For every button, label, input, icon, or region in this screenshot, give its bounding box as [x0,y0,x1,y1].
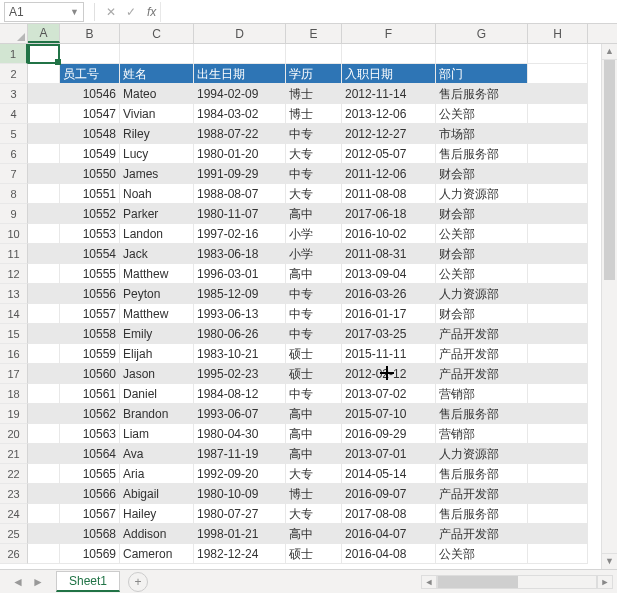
cell[interactable]: 2015-11-11 [342,344,436,364]
cell[interactable] [28,184,60,204]
cell[interactable] [528,244,588,264]
cell[interactable] [28,244,60,264]
row-header[interactable]: 2 [0,64,28,84]
cell[interactable] [528,184,588,204]
cell[interactable]: 产品开发部 [436,524,528,544]
cell[interactable] [28,344,60,364]
cell[interactable]: 10555 [60,264,120,284]
cell[interactable] [528,104,588,124]
cell[interactable]: 公关部 [436,544,528,564]
row-header[interactable]: 5 [0,124,28,144]
cell[interactable]: 2012-11-14 [342,84,436,104]
scroll-up-icon[interactable]: ▲ [602,44,617,60]
cell[interactable]: 10558 [60,324,120,344]
cell[interactable] [28,424,60,444]
cell[interactable]: 1980-07-27 [194,504,286,524]
row-header[interactable]: 18 [0,384,28,404]
cell[interactable] [528,344,588,364]
cell[interactable]: Lucy [120,144,194,164]
cell[interactable]: 2013-07-01 [342,444,436,464]
cell[interactable]: Peyton [120,284,194,304]
cell[interactable]: 高中 [286,444,342,464]
cell[interactable]: 1993-06-13 [194,304,286,324]
hscroll-track[interactable] [437,575,597,589]
cell[interactable] [528,224,588,244]
cell[interactable]: 硕士 [286,364,342,384]
fx-icon[interactable]: fx [147,5,156,19]
cell[interactable]: 2016-04-08 [342,544,436,564]
cell[interactable]: 10553 [60,224,120,244]
cell[interactable]: 2012-02-12 [342,364,436,384]
cell[interactable]: 产品开发部 [436,364,528,384]
cell[interactable]: 售后服务部 [436,464,528,484]
cell[interactable]: 1980-11-07 [194,204,286,224]
cell[interactable]: 产品开发部 [436,484,528,504]
cell[interactable]: 10563 [60,424,120,444]
cell[interactable]: 产品开发部 [436,344,528,364]
cell[interactable]: 1980-01-20 [194,144,286,164]
cell[interactable]: 10568 [60,524,120,544]
row-header[interactable]: 9 [0,204,28,224]
cell[interactable]: 中专 [286,384,342,404]
sheet-tab-active[interactable]: Sheet1 [56,571,120,592]
cell[interactable]: 高中 [286,204,342,224]
cell[interactable] [528,304,588,324]
cell[interactable] [28,324,60,344]
cell[interactable]: Daniel [120,384,194,404]
col-header-D[interactable]: D [194,24,286,43]
cell[interactable] [28,304,60,324]
cell[interactable] [528,424,588,444]
cell[interactable]: Jason [120,364,194,384]
cell[interactable]: 中专 [286,284,342,304]
cell[interactable]: 1983-06-18 [194,244,286,264]
cell[interactable]: 2014-05-14 [342,464,436,484]
cell[interactable]: Vivian [120,104,194,124]
cell[interactable]: 1995-02-23 [194,364,286,384]
cell[interactable]: 2013-12-06 [342,104,436,124]
cell[interactable]: 人力资源部 [436,184,528,204]
row-header[interactable]: 11 [0,244,28,264]
cell[interactable]: 营销部 [436,424,528,444]
cell[interactable]: 2016-09-07 [342,484,436,504]
cell[interactable]: 2011-08-08 [342,184,436,204]
cell[interactable] [28,464,60,484]
cell[interactable]: 高中 [286,524,342,544]
col-header-F[interactable]: F [342,24,436,43]
cell[interactable]: 高中 [286,264,342,284]
cell[interactable]: 1997-02-16 [194,224,286,244]
cell[interactable]: 10547 [60,104,120,124]
col-header-A[interactable]: A [28,24,60,43]
cell[interactable] [28,504,60,524]
cell[interactable] [528,144,588,164]
cell[interactable]: 10561 [60,384,120,404]
formula-bar-input[interactable] [160,2,617,22]
row-header[interactable]: 6 [0,144,28,164]
cell[interactable] [60,44,120,64]
cell[interactable] [436,44,528,64]
cell[interactable] [28,84,60,104]
cell[interactable]: 10557 [60,304,120,324]
cell[interactable]: 售后服务部 [436,504,528,524]
cell[interactable]: 中专 [286,304,342,324]
cell[interactable]: 小学 [286,224,342,244]
row-header[interactable]: 26 [0,544,28,564]
cell[interactable]: 1988-08-07 [194,184,286,204]
cell[interactable] [528,324,588,344]
cell[interactable]: 高中 [286,424,342,444]
cell[interactable]: 10551 [60,184,120,204]
cell[interactable]: Cameron [120,544,194,564]
cell[interactable] [120,44,194,64]
cell[interactable] [528,44,588,64]
cell[interactable]: Abigail [120,484,194,504]
cell[interactable] [528,364,588,384]
cell[interactable]: 1980-06-26 [194,324,286,344]
cell[interactable]: 10548 [60,124,120,144]
cell[interactable]: 博士 [286,84,342,104]
cell[interactable]: 公关部 [436,104,528,124]
cell[interactable]: Parker [120,204,194,224]
cell[interactable]: 1983-10-21 [194,344,286,364]
cell[interactable]: 财会部 [436,164,528,184]
tab-next-icon[interactable]: ► [32,575,44,589]
cell[interactable] [28,204,60,224]
cell[interactable]: Jack [120,244,194,264]
